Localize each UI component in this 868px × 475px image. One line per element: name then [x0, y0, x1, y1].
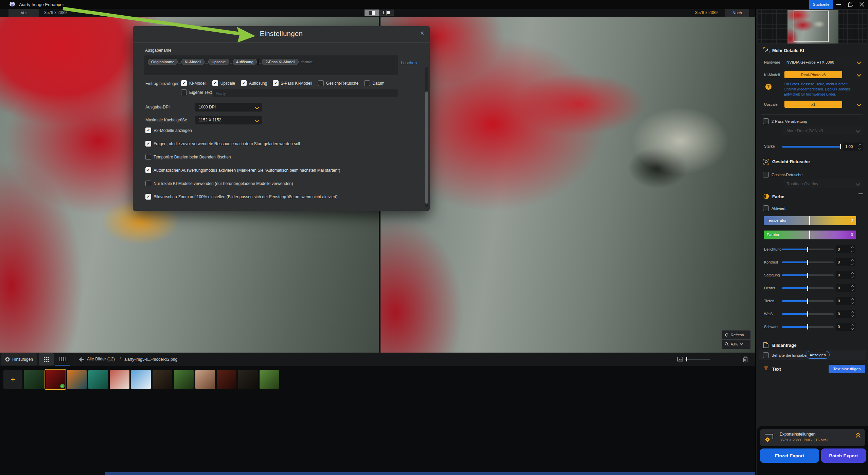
add-text-button[interactable]: Text hinzufügen [829, 365, 865, 373]
home-button[interactable]: Startseite [809, 0, 833, 9]
two-pass-option[interactable]: 2-Pass-Verarbeitung [763, 118, 807, 124]
custom-text-input[interactable] [213, 89, 398, 97]
thumbnail[interactable] [46, 370, 65, 389]
checkbox[interactable]: ✓ [181, 80, 187, 86]
option-row[interactable]: ✓Upscale [212, 80, 235, 86]
slider-value-box[interactable]: 0 [836, 323, 855, 331]
option-row[interactable]: ✓Auflösung [241, 80, 267, 86]
temperature-handle[interactable] [809, 216, 810, 225]
slider-value-box[interactable]: 0 [836, 271, 855, 279]
slider-track[interactable] [782, 313, 834, 315]
add-images-button[interactable]: Hinzufügen [1, 353, 37, 366]
show-button[interactable]: Anzeigen [806, 351, 830, 359]
thumb-size-slider[interactable] [685, 359, 710, 360]
slider-handle[interactable] [807, 260, 808, 265]
thumbnail[interactable] [131, 370, 151, 389]
slider-spinner[interactable] [851, 324, 853, 329]
upscale-select[interactable]: x1 [783, 100, 864, 109]
name-tag[interactable]: KI-Modell [181, 59, 205, 65]
option-row[interactable]: ✓2-Pass KI-Modell [273, 80, 312, 86]
dialog-close-icon[interactable]: × [420, 29, 424, 37]
trash-icon[interactable] [743, 356, 748, 362]
custom-text-checkbox[interactable] [181, 89, 187, 95]
slider-value-box[interactable]: 0 [836, 310, 855, 318]
keep-input-checkbox[interactable] [763, 352, 769, 358]
slider-spinner[interactable] [851, 260, 853, 265]
checkbox[interactable]: ✓ [241, 80, 247, 86]
navigator-map[interactable] [758, 10, 867, 44]
option-row[interactable]: ✓V2-Modelle anzeigen [145, 128, 340, 133]
output-name-field[interactable]: Originalname_KI-Modell_Upscale_Auflösung… [144, 55, 398, 75]
thumbnail[interactable] [174, 370, 194, 389]
slider-handle[interactable] [807, 247, 808, 252]
name-tag[interactable]: 2-Pass KI-Modell [262, 59, 299, 65]
checkbox[interactable]: ✓ [145, 128, 151, 133]
temperature-slider[interactable]: Temperatur 0 [764, 216, 856, 225]
slider-handle[interactable] [807, 311, 808, 317]
slider-spinner[interactable] [851, 286, 853, 291]
single-export-button[interactable]: Einzel-Export [760, 448, 819, 463]
grid-view-button[interactable] [39, 353, 54, 366]
custom-text-option[interactable]: Eigener Text [181, 89, 212, 95]
checkbox[interactable]: ✓ [145, 194, 151, 200]
strength-slider[interactable] [782, 146, 841, 148]
slider-spinner[interactable] [851, 299, 853, 304]
tile-size-select[interactable]: 1152 X 1152 [195, 116, 262, 124]
name-tag[interactable]: Auflösung [233, 59, 257, 65]
thumbnail[interactable] [238, 370, 258, 389]
strength-slider-handle[interactable] [840, 144, 841, 149]
hardware-select[interactable]: NVIDIA GeForce RTX 3060 [783, 57, 864, 67]
breadcrumb[interactable]: Alle Bilder (12) [87, 357, 115, 361]
name-tag[interactable]: Upscale [208, 59, 229, 65]
before-tab[interactable]: Vor [8, 9, 39, 17]
checkbox[interactable]: ✓ [145, 141, 151, 147]
slider-value-box[interactable]: 0 [836, 284, 855, 292]
tint-slider[interactable]: Farbton 0 [764, 231, 856, 239]
collapse-icon[interactable] [858, 193, 863, 194]
slider-spinner[interactable] [851, 247, 853, 252]
thumbnail[interactable] [195, 370, 215, 389]
slider-value-box[interactable]: 0 [836, 258, 855, 266]
navigator-viewport-box[interactable] [794, 11, 829, 42]
option-row[interactable]: ✓Fragen, ob die zuvor verwendete Ressour… [145, 141, 340, 147]
option-row[interactable]: ✓Automatischen Auswertungsmodus aktivier… [145, 167, 340, 173]
slider-track[interactable] [782, 274, 834, 276]
slider-track[interactable] [782, 326, 834, 328]
thumbnail[interactable] [88, 370, 108, 389]
keep-input-option[interactable]: Behalte die Eingabe [763, 352, 807, 358]
clear-name-link[interactable]: Löschen [401, 61, 417, 65]
thumbnail[interactable] [260, 370, 279, 389]
slider-handle[interactable] [807, 286, 808, 291]
restore-icon[interactable] [848, 2, 853, 7]
option-row[interactable]: Temporäre Dateien beim Beenden löschen [145, 154, 340, 160]
slider-value-box[interactable]: 0 [836, 245, 855, 253]
after-tab[interactable]: Nach [725, 9, 749, 17]
output-dpi-select[interactable]: 1000 DPI [195, 103, 262, 112]
refresh-button[interactable]: Refresh [722, 330, 750, 340]
option-row[interactable]: Datum [364, 80, 384, 86]
two-pass-checkbox[interactable] [763, 118, 769, 124]
add-thumbnail-button[interactable]: + [3, 370, 22, 389]
slider-spinner[interactable] [851, 273, 853, 278]
slider-handle[interactable] [807, 324, 808, 329]
filmstrip-view-button[interactable] [55, 353, 70, 366]
color-enabled-checkbox[interactable] [763, 205, 769, 211]
face-retouch-checkbox[interactable] [763, 172, 769, 177]
zoom-control[interactable]: 43% [722, 340, 750, 349]
dialog-scrollbar[interactable] [425, 67, 428, 207]
thumbnail[interactable] [110, 370, 129, 389]
slider-track[interactable] [782, 287, 834, 289]
checkbox[interactable] [145, 181, 151, 186]
checkbox[interactable]: ✓ [273, 80, 279, 86]
thumbnail[interactable] [24, 370, 44, 389]
split-view-button[interactable] [365, 10, 379, 16]
slider-track[interactable] [782, 300, 834, 302]
slider-track[interactable] [782, 261, 834, 263]
name-tag[interactable]: Originalname [148, 59, 178, 65]
close-icon[interactable] [860, 2, 864, 7]
batch-export-button[interactable]: Batch-Export [821, 448, 866, 463]
tint-handle[interactable] [809, 231, 810, 239]
checkbox[interactable]: ✓ [145, 167, 151, 173]
slider-spinner[interactable] [851, 311, 853, 317]
thumb-size-slider-handle[interactable] [686, 357, 687, 361]
